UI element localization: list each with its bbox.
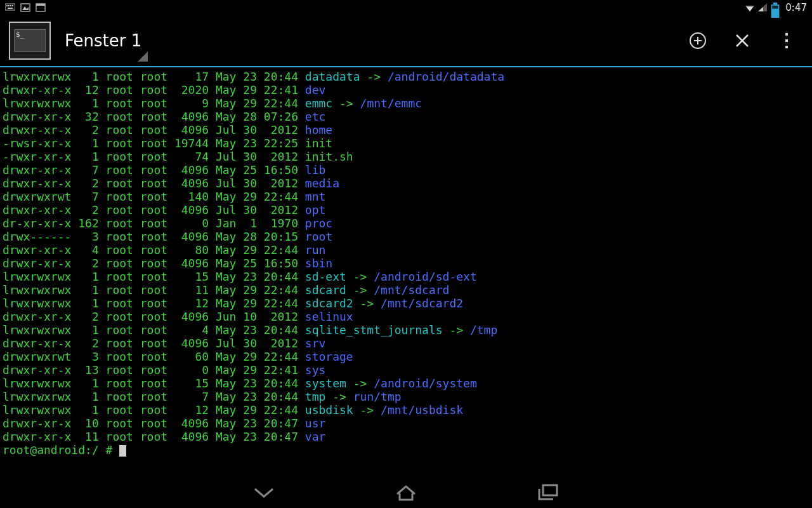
ls-row: drwxr-xr-x 2 root root 4096 Jul 30 2012 … — [3, 203, 809, 217]
ls-row: lrwxrwxrwx 1 root root 17 May 23 20:44 d… — [3, 70, 809, 83]
ls-row: lrwxrwxrwx 1 root root 15 May 23 20:44 s… — [3, 270, 809, 283]
ls-row: lrwxrwxrwx 1 root root 12 May 29 22:44 u… — [3, 403, 809, 417]
ls-row: drwxr-xr-x 32 root root 4096 May 28 07:2… — [3, 110, 809, 123]
ls-row: lrwxrwxrwx 1 root root 11 May 29 22:44 s… — [3, 283, 809, 297]
ls-row: lrwxrwxrwx 1 root root 4 May 23 20:44 sq… — [3, 323, 809, 337]
svg-rect-1 — [6, 5, 8, 6]
ls-row: dr-xr-xr-x 162 root root 0 Jan 1 1970 pr… — [3, 217, 809, 230]
svg-rect-25 — [785, 46, 788, 48]
battery-icon — [770, 3, 780, 13]
dropdown-triangle-icon — [138, 51, 148, 62]
ls-row: drwxr-xr-x 10 root root 4096 May 23 20:4… — [3, 417, 809, 430]
ls-row: drwxr-xr-x 2 root root 4096 Jul 30 2012 … — [3, 337, 809, 350]
prompt-line[interactable]: root@android:/ # — [3, 443, 809, 457]
svg-rect-3 — [10, 5, 11, 6]
svg-rect-5 — [8, 8, 13, 9]
picture-icon — [20, 3, 30, 13]
session-thumbnail[interactable] — [9, 22, 51, 60]
window-label: Fenster 1 — [65, 31, 141, 50]
app-bar: Fenster 1 — [0, 15, 812, 67]
ls-row: drwxr-xr-x 2 root root 4096 May 25 16:50… — [3, 257, 809, 270]
svg-rect-16 — [773, 6, 779, 9]
ls-row: lrwxrwxrwx 1 root root 9 May 29 22:44 em… — [3, 97, 809, 110]
svg-rect-2 — [8, 5, 10, 6]
ls-row: drwxr-xr-x 2 root root 4096 Jun 10 2012 … — [3, 310, 809, 323]
terminal-output[interactable]: lrwxrwxrwx 1 root root 17 May 23 20:44 d… — [0, 67, 812, 457]
svg-marker-11 — [747, 7, 753, 11]
svg-rect-4 — [12, 5, 13, 6]
ls-row: drwxr-xr-x 7 root root 4096 May 25 16:50… — [3, 163, 809, 177]
status-left-icons — [5, 3, 46, 13]
overflow-icon — [784, 32, 789, 50]
back-button[interactable] — [250, 483, 278, 503]
home-button[interactable] — [392, 483, 420, 503]
ls-row: drwxr-xr-x 11 root root 4096 May 23 20:4… — [3, 430, 809, 443]
recent-icon — [537, 484, 560, 502]
ls-row: -rwsr-xr-x 1 root root 19744 May 23 22:2… — [3, 137, 809, 150]
ls-row: lrwxrwxrwx 1 root root 15 May 23 20:44 s… — [3, 377, 809, 390]
signal-icon — [757, 3, 768, 13]
cursor — [119, 445, 126, 457]
ls-row: drwxrwxrwt 7 root root 140 May 29 22:44 … — [3, 190, 809, 203]
ls-row: drwxr-xr-x 12 root root 2020 May 29 22:4… — [3, 83, 809, 97]
ls-row: lrwxrwxrwx 1 root root 7 May 23 20:44 tm… — [3, 390, 809, 403]
overflow-menu-button[interactable] — [770, 24, 803, 57]
svg-rect-9 — [36, 4, 45, 6]
ls-row: -rwxr-xr-x 1 root root 74 Jul 30 2012 in… — [3, 150, 809, 163]
clock: 0:47 — [785, 2, 807, 13]
ls-row: drwxr-xr-x 2 root root 4096 Jul 30 2012 … — [3, 123, 809, 137]
svg-rect-0 — [5, 4, 15, 10]
status-right-icons: 0:47 — [745, 2, 807, 13]
status-bar: 0:47 — [0, 0, 812, 15]
svg-rect-23 — [785, 33, 788, 36]
recent-apps-button[interactable] — [534, 483, 562, 503]
ls-row: drwx------ 3 root root 4096 May 28 20:15… — [3, 230, 809, 243]
close-icon — [734, 32, 750, 49]
add-window-button[interactable] — [681, 24, 714, 57]
plus-circle-icon — [688, 31, 707, 50]
ls-row: drwxr-xr-x 2 root root 4096 Jul 30 2012 … — [3, 177, 809, 190]
ls-row: drwxr-xr-x 13 root root 0 May 29 22:41 s… — [3, 363, 809, 377]
svg-marker-17 — [138, 51, 148, 62]
navigation-bar — [0, 478, 812, 508]
svg-rect-26 — [543, 485, 557, 495]
close-window-button[interactable] — [726, 24, 759, 57]
ls-row: drwxr-xr-x 4 root root 80 May 29 22:44 r… — [3, 243, 809, 257]
svg-rect-24 — [785, 39, 788, 42]
ls-row: drwxrwxrwt 3 root root 60 May 29 22:44 s… — [3, 350, 809, 363]
wifi-icon — [745, 3, 755, 13]
svg-marker-7 — [22, 6, 29, 10]
ls-row: lrwxrwxrwx 1 root root 12 May 29 22:44 s… — [3, 297, 809, 310]
back-icon — [251, 485, 277, 500]
window-icon — [36, 3, 46, 13]
window-selector[interactable]: Fenster 1 — [65, 31, 141, 50]
svg-rect-15 — [773, 3, 777, 4]
home-icon — [393, 484, 419, 502]
keyboard-icon — [5, 3, 15, 13]
